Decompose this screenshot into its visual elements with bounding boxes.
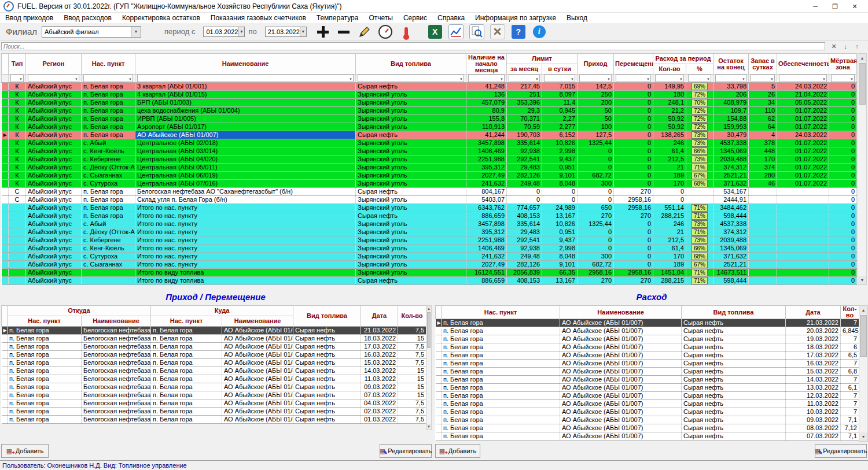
column-header-name[interactable]: Наименование: [560, 306, 682, 319]
cell[interactable]: 2521,21: [713, 172, 749, 180]
cell[interactable]: Зырянский уголь: [356, 99, 466, 107]
cell[interactable]: 249,48: [507, 253, 542, 261]
cell[interactable]: п. Белая гора: [82, 107, 135, 115]
table-row[interactable]: КАбыйский улусс. АбыйЦентральное (АБЫ 02…: [2, 139, 857, 147]
cell[interactable]: 378: [749, 139, 777, 147]
cell[interactable]: п. Белая гора: [442, 376, 560, 384]
cell[interactable]: с. Дёоку (Отток-Атах): [82, 228, 135, 236]
column-header-rashod[interactable]: Расход за период: [653, 54, 713, 64]
cell[interactable]: 15.03.2022: [361, 359, 398, 367]
clear-search-icon[interactable]: ✕: [829, 42, 839, 51]
cell[interactable]: 0: [614, 107, 653, 115]
cell[interactable]: 0: [614, 156, 653, 164]
cell[interactable]: 408,153: [507, 212, 542, 220]
cell[interactable]: п. Белая гора: [151, 327, 222, 335]
cell[interactable]: 270: [614, 212, 653, 220]
cell[interactable]: 251: [507, 91, 542, 99]
cell[interactable]: 15: [398, 367, 426, 375]
cell[interactable]: 0: [829, 83, 857, 91]
cell[interactable]: 292,541: [507, 156, 542, 164]
cell[interactable]: [777, 253, 829, 261]
cell[interactable]: Зырянский уголь: [356, 180, 466, 188]
cell[interactable]: 2958,16: [614, 204, 653, 212]
cell[interactable]: 41,248: [466, 83, 507, 91]
cell[interactable]: АО Абыйское (АБЫ 01/007): [560, 327, 682, 335]
cell[interactable]: 16124,551: [466, 269, 507, 277]
cell[interactable]: с. Кебергене: [82, 156, 135, 164]
cell[interactable]: 8,048: [542, 180, 578, 188]
column-header-v-sutki[interactable]: в сутки: [542, 64, 578, 75]
cell[interactable]: Зырянский уголь: [356, 164, 466, 172]
cell[interactable]: 9,101: [542, 261, 578, 269]
table-row[interactable]: п. Белая гораАО Абыйское (АБЫ 01/007)Сыр…: [436, 392, 859, 400]
scrollbar-thumb[interactable]: [860, 315, 867, 357]
cell[interactable]: 0: [614, 83, 653, 91]
cell[interactable]: 04.03.2022: [361, 399, 398, 408]
cell[interactable]: Сырая нефть: [682, 392, 786, 400]
column-header-kolvo[interactable]: Кол-во: [653, 64, 686, 75]
cell[interactable]: п. Белая гора: [8, 359, 82, 367]
cell[interactable]: Абыйский улус: [26, 196, 82, 204]
cell[interactable]: Сырая нефть: [682, 319, 786, 327]
cell[interactable]: п. Белая гора: [8, 367, 82, 375]
column-filter-combo[interactable]: ▼: [688, 75, 711, 82]
help-icon[interactable]: ?: [510, 24, 527, 39]
column-header-fuel[interactable]: Вид топлива: [356, 54, 466, 75]
cell[interactable]: п. Белая гора: [8, 335, 82, 343]
cell[interactable]: 21.04.2022: [777, 91, 829, 99]
cell[interactable]: 1406,469: [466, 245, 507, 253]
cell[interactable]: Зырянский уголь: [356, 107, 466, 115]
cell[interactable]: АО Абыйское (АБЫ 01/007): [560, 392, 682, 400]
cell[interactable]: Белогоская нефтебаза АО "Саханефтегазсбы…: [82, 399, 151, 408]
cell[interactable]: 01.07.2022: [777, 180, 829, 188]
cell[interactable]: БРП (АБЫ 01/003): [135, 99, 356, 107]
cell[interactable]: Абыйский улус: [26, 164, 82, 172]
cell[interactable]: 0: [507, 188, 542, 196]
cell[interactable]: АО Абыйское (АБЫ 01/007): [222, 383, 293, 391]
cell[interactable]: п. Белая гора: [8, 343, 82, 351]
cell[interactable]: Абыйский улус: [26, 131, 82, 139]
cell[interactable]: 73%: [686, 139, 713, 147]
cell[interactable]: п. Белая гора: [151, 416, 222, 424]
cell[interactable]: Зырянский уголь: [356, 261, 466, 269]
cell[interactable]: АО Абыйское (АБЫ 01/007): [222, 375, 293, 383]
cell[interactable]: 11,4: [542, 99, 578, 107]
cell[interactable]: Итого по нас. пункту: [135, 204, 356, 212]
cell[interactable]: С: [9, 196, 26, 204]
column-header-ostatok[interactable]: Остаток на конец: [713, 54, 749, 75]
cell[interactable]: п. Белая гора: [82, 99, 135, 107]
cell[interactable]: 0: [829, 220, 857, 228]
cell[interactable]: 371,632: [713, 180, 749, 188]
table-row[interactable]: КАбыйский улусс. СутурохаЦентральная (АБ…: [2, 180, 857, 188]
scroll-up-icon[interactable]: ▲: [858, 54, 866, 62]
cell[interactable]: 4 квартал (АБЫ 01/015): [135, 91, 356, 99]
cell[interactable]: с. Дёоку (Отток-Атах): [82, 164, 135, 172]
cell[interactable]: [777, 261, 829, 269]
column-header-prihod[interactable]: Приход: [578, 54, 614, 75]
scroll-down-icon[interactable]: ▼: [858, 276, 866, 284]
chevron-down-icon[interactable]: ▼: [300, 27, 306, 36]
cell[interactable]: Сырая нефть: [293, 383, 361, 391]
cell[interactable]: 0: [829, 107, 857, 115]
cell[interactable]: п. Белая гора: [8, 375, 82, 383]
cell[interactable]: 142,5: [578, 83, 614, 91]
cell[interactable]: 07.03.2022: [361, 391, 398, 399]
cell[interactable]: Абыйский улус: [26, 147, 82, 156]
cell[interactable]: 01.07.2022: [777, 139, 829, 147]
cell[interactable]: АО Абыйское (АБЫ 01/007): [222, 351, 293, 359]
cell[interactable]: Сырая нефть: [356, 83, 466, 91]
cell[interactable]: Центральная (АБЫ 07/016): [135, 180, 356, 188]
cell[interactable]: 01.07.2022: [777, 156, 829, 164]
cell[interactable]: Зырянский уголь: [356, 204, 466, 212]
cell[interactable]: 0: [829, 115, 857, 123]
table-row[interactable]: п. Белая гораАО Абыйское (АБЫ 01/007)Сыр…: [436, 368, 859, 376]
column-filter-combo[interactable]: ▼: [779, 75, 827, 82]
table-row[interactable]: п. Белая гораБелогоская нефтебаза АО "Са…: [2, 383, 426, 391]
cell[interactable]: 15: [398, 335, 426, 343]
move-up-icon[interactable]: ↑: [852, 42, 862, 51]
menu-item[interactable]: Корректировка остатков: [117, 13, 205, 23]
cell[interactable]: АО Абыйское (АБЫ 01/007): [222, 391, 293, 399]
table-row[interactable]: КАбыйский улусп. Белая гора3 квартал (АБ…: [2, 83, 857, 91]
cell[interactable]: с. Сыаганнах: [82, 172, 135, 180]
table-row[interactable]: п. Белая гораБелогоская нефтебаза АО "Са…: [2, 399, 426, 408]
